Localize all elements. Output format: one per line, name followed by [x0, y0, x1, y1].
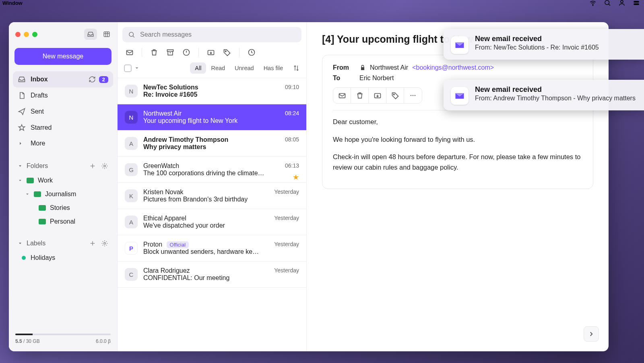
chevron-down-icon	[18, 164, 23, 168]
svg-rect-15	[339, 93, 345, 98]
message-row[interactable]: N Northwest Air Your upcoming flight to …	[118, 104, 306, 131]
refresh-icon[interactable]	[89, 76, 96, 83]
star-icon[interactable]: ★	[293, 173, 299, 182]
mark-unread-icon[interactable]	[333, 88, 351, 103]
sidebar-item-inbox[interactable]: Inbox 2	[13, 71, 113, 87]
message-list: N NewTec Solutions Re: Invoice #1605 09:…	[118, 78, 306, 351]
new-message-button[interactable]: New message	[14, 48, 111, 65]
add-label-icon[interactable]	[89, 240, 96, 247]
folder-personal[interactable]: Personal	[13, 215, 113, 228]
from-email: <bookings@northwest.com>	[412, 64, 494, 71]
message-subject: We've dispatched your order	[143, 222, 299, 229]
message-row[interactable]: K Kristen Novak Pictures from Brandon's …	[118, 183, 306, 209]
next-message-button[interactable]	[584, 326, 599, 342]
inbox-view-icon[interactable]	[84, 29, 97, 40]
svg-rect-3	[634, 1, 639, 3]
message-row[interactable]: P Proton Official Block unwanted senders…	[118, 235, 306, 261]
search-input[interactable]	[140, 31, 296, 38]
message-subject: CONFIDENTIAL: Our meeting	[143, 274, 299, 282]
svg-point-13	[225, 51, 226, 52]
trash-icon[interactable]	[351, 88, 369, 103]
menubar-title: Window	[2, 0, 23, 6]
filter-all[interactable]: All	[190, 62, 206, 74]
avatar: K	[125, 189, 138, 202]
sidebar-item-more[interactable]: More	[13, 136, 113, 151]
filter-read[interactable]: Read	[206, 62, 230, 74]
calendar-view-icon[interactable]	[100, 29, 113, 40]
label-settings-icon[interactable]	[101, 240, 108, 247]
label-holidays[interactable]: Holidays	[13, 251, 113, 265]
sort-icon[interactable]	[293, 64, 300, 72]
search-icon	[128, 31, 135, 38]
folder-journalism[interactable]: Journalism	[13, 187, 113, 201]
svg-point-17	[393, 94, 394, 95]
svg-point-0	[592, 5, 593, 6]
folder-icon	[39, 205, 46, 211]
inbox-badge: 2	[99, 76, 108, 83]
spam-icon[interactable]	[182, 48, 190, 56]
folder-stories[interactable]: Stories	[13, 201, 113, 215]
add-folder-icon[interactable]	[89, 162, 96, 170]
close-window[interactable]	[15, 32, 21, 37]
from-label: From	[333, 64, 355, 71]
chevron-down-icon	[18, 178, 23, 183]
svg-point-6	[104, 165, 106, 167]
sidebar-item-sent[interactable]: Sent	[13, 104, 113, 120]
select-all-checkbox[interactable]	[124, 64, 132, 72]
maximize-window[interactable]	[32, 32, 37, 37]
message-row[interactable]: G GreenWatch The 100 corporations drivin…	[118, 157, 306, 183]
folder-work[interactable]: Work	[13, 174, 113, 187]
filter-unread[interactable]: Unread	[230, 62, 259, 74]
move-icon[interactable]	[207, 48, 215, 56]
search-bar[interactable]	[122, 27, 301, 42]
chevron-right-icon	[18, 141, 26, 146]
menubar-status	[589, 0, 640, 6]
label-dot-icon	[22, 256, 26, 260]
user-icon[interactable]	[618, 0, 625, 6]
message-sender: Northwest Air	[143, 110, 299, 117]
wifi-icon[interactable]	[589, 0, 597, 6]
message-row[interactable]: C Clara Rodriguez CONFIDENTIAL: Our meet…	[118, 261, 306, 288]
search-icon[interactable]	[604, 0, 611, 6]
folder-settings-icon[interactable]	[101, 162, 108, 170]
folder-icon	[34, 191, 41, 197]
snooze-icon[interactable]	[248, 48, 256, 56]
message-row[interactable]: N NewTec Solutions Re: Invoice #1605 09:…	[118, 78, 306, 104]
message-list-pane: All Read Unread Has file N NewTec Soluti…	[118, 22, 307, 351]
select-dropdown-icon[interactable]	[134, 65, 140, 71]
trash-icon[interactable]	[150, 48, 158, 56]
label-icon[interactable]	[223, 48, 231, 56]
labels-header[interactable]: Labels	[13, 236, 113, 251]
filter-hasfile[interactable]: Has file	[259, 62, 288, 74]
window-controls	[13, 29, 113, 40]
message-row[interactable]: A Andrew Timothy Thompson Why privacy ma…	[118, 131, 306, 157]
avatar: G	[125, 163, 138, 176]
minimize-window[interactable]	[24, 32, 29, 37]
label-icon[interactable]	[386, 88, 404, 103]
archive-icon[interactable]	[166, 48, 174, 56]
mark-read-icon[interactable]	[126, 48, 134, 56]
message-time: Yesterday	[274, 189, 299, 195]
chevron-down-icon	[18, 241, 23, 246]
move-icon[interactable]	[369, 88, 386, 103]
sidebar-item-label: Sent	[31, 108, 44, 115]
svg-point-2	[621, 0, 623, 3]
control-icon[interactable]	[633, 0, 640, 6]
folders-header[interactable]: Folders	[13, 158, 113, 174]
lock-icon	[359, 64, 366, 71]
sidebar-item-starred[interactable]: Starred	[13, 120, 113, 136]
avatar: P	[125, 242, 138, 255]
avatar: C	[125, 268, 138, 281]
svg-point-8	[129, 32, 134, 37]
notification-toast[interactable]: New email received From: NewTec Solution…	[444, 29, 644, 60]
message-body: Dear customer, We hope you're looking fo…	[333, 117, 582, 172]
sidebar-item-drafts[interactable]: Drafts	[13, 87, 113, 104]
folder-icon	[27, 178, 34, 183]
svg-point-1	[605, 0, 609, 5]
svg-rect-10	[167, 50, 173, 51]
notification-toast[interactable]: New email received From: Andrew Timothy …	[444, 80, 644, 110]
message-card: From Northwest Air <bookings@northwest.c…	[322, 55, 593, 189]
avatar: N	[125, 85, 138, 97]
message-row[interactable]: A Ethical Apparel We've dispatched your …	[118, 209, 306, 235]
more-icon[interactable]	[404, 88, 422, 103]
